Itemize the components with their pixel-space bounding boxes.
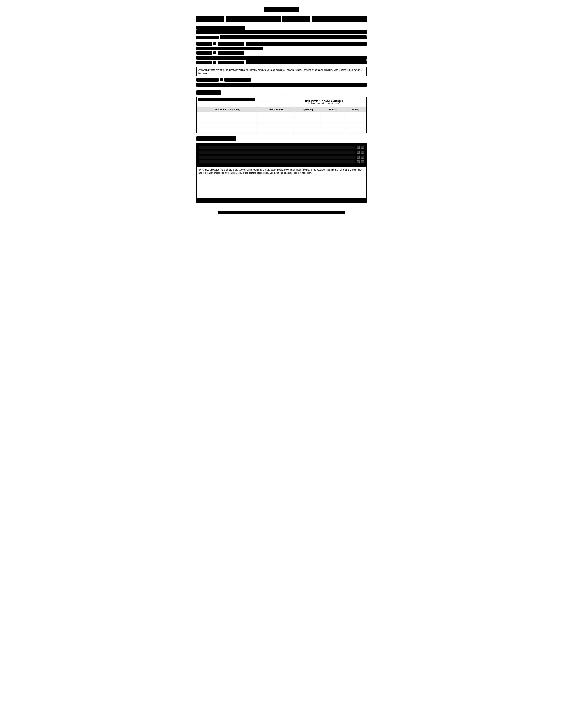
language-table-header: Proficiency in Non-Native Language(s) (i… <box>197 97 366 107</box>
cb-label-1 <box>196 42 212 46</box>
table-row <box>197 112 366 117</box>
cb-value-3 <box>218 61 244 64</box>
language-section: Proficiency in Non-Native Language(s) (i… <box>196 90 367 133</box>
table-header-row: Non-Native Language(s) Years Studied Spe… <box>197 107 366 112</box>
cell-years-4[interactable] <box>258 128 295 133</box>
cell-writing-4[interactable] <box>345 128 366 133</box>
table-row <box>197 117 366 122</box>
medical-row-2 <box>199 151 364 154</box>
proficiency-sub: (indicate Poor, Fair, Good, or Fluent) <box>308 102 340 104</box>
cell-writing-3[interactable] <box>345 122 366 128</box>
medical-cb-group-1 <box>357 146 364 149</box>
header-cell-4 <box>312 16 367 22</box>
notice-box: Answering yes to any of these questions … <box>196 67 367 76</box>
page-title-row <box>196 7 367 12</box>
cell-language-4[interactable] <box>197 128 258 133</box>
cell-speaking-1[interactable] <box>295 112 321 117</box>
medical-checkbox-no-3[interactable] <box>361 156 364 159</box>
medical-text-3 <box>199 156 355 159</box>
medical-text-4 <box>199 160 355 163</box>
medical-section <box>196 143 367 167</box>
medical-notice: If you have answered 'YES' to any of the… <box>196 167 367 176</box>
medical-checkbox-no-1[interactable] <box>361 146 364 149</box>
language-table-wrapper: Proficiency in Non-Native Language(s) (i… <box>196 97 367 133</box>
col-years: Years Studied <box>258 107 295 112</box>
medical-checkbox-yes-3[interactable] <box>357 156 360 159</box>
cb-label-4 <box>196 78 218 82</box>
page-title <box>264 7 299 12</box>
medical-cb-group-4 <box>357 160 364 163</box>
table-row <box>197 128 366 133</box>
medical-row-1 <box>199 146 364 149</box>
medical-cb-group-2 <box>357 151 364 154</box>
medical-explanation-area[interactable] <box>196 176 367 198</box>
medical-section-footer <box>196 198 367 203</box>
checkbox-1[interactable] <box>213 42 216 45</box>
section-subtitle <box>196 47 263 50</box>
header-cell-3 <box>283 16 310 22</box>
cell-reading-3[interactable] <box>321 122 345 128</box>
medical-text-1 <box>199 146 355 149</box>
section-1-title <box>196 26 245 30</box>
language-section-title <box>196 90 221 95</box>
cell-years-2[interactable] <box>258 117 295 122</box>
language-table: Non-Native Language(s) Years Studied Spe… <box>197 107 366 133</box>
medical-cb-group-3 <box>357 156 364 159</box>
header-cell-1 <box>196 16 224 22</box>
cb-label-3 <box>196 61 212 64</box>
col-reading: Reading <box>321 107 345 112</box>
native-label <box>198 98 255 101</box>
cell-language-3[interactable] <box>197 122 258 128</box>
cb-field-3 <box>245 60 367 64</box>
medical-row-4 <box>199 160 364 163</box>
label-field <box>196 36 218 39</box>
cb-value-1 <box>218 42 244 46</box>
cell-speaking-4[interactable] <box>295 128 321 133</box>
medical-checkbox-no-2[interactable] <box>361 151 364 154</box>
cb-value-4 <box>224 78 251 82</box>
value-field <box>220 35 367 39</box>
medical-checkbox-no-4[interactable] <box>361 160 364 163</box>
cb-field-1 <box>245 42 367 46</box>
cell-years-3[interactable] <box>258 122 295 128</box>
cell-writing-1[interactable] <box>345 112 366 117</box>
section-2 <box>196 42 367 64</box>
native-language-col <box>197 97 282 107</box>
header-row <box>196 16 367 22</box>
field-row-1 <box>196 30 367 34</box>
proficiency-col: Proficiency in Non-Native Language(s) (i… <box>282 97 366 107</box>
table-row <box>197 122 366 128</box>
cell-years-1[interactable] <box>258 112 295 117</box>
cell-speaking-3[interactable] <box>295 122 321 128</box>
medical-checkbox-yes-4[interactable] <box>357 160 360 163</box>
medical-text-2 <box>199 151 355 154</box>
cell-reading-1[interactable] <box>321 112 345 117</box>
medical-checkbox-yes-1[interactable] <box>357 146 360 149</box>
cell-reading-4[interactable] <box>321 128 345 133</box>
cell-speaking-2[interactable] <box>295 117 321 122</box>
col-speaking: Speaking <box>295 107 321 112</box>
checkbox-2[interactable] <box>213 51 216 54</box>
checkbox-4[interactable] <box>220 78 223 81</box>
field-full-2 <box>196 83 367 87</box>
header-cell-2 <box>226 16 280 22</box>
cb-label-2 <box>196 51 212 55</box>
native-input[interactable] <box>198 102 272 106</box>
field-full-1 <box>196 56 367 60</box>
cell-language-2[interactable] <box>197 117 258 122</box>
proficiency-title: Proficiency in Non-Native Language(s) <box>304 100 344 102</box>
cell-writing-2[interactable] <box>345 117 366 122</box>
footer-bar <box>218 211 345 214</box>
medical-checkbox-yes-2[interactable] <box>357 151 360 154</box>
medical-notice-text: If you have answered 'YES' to any of the… <box>198 169 362 174</box>
cb-value-2 <box>218 51 244 55</box>
notice-text: Answering yes to any of these questions … <box>198 69 362 74</box>
cell-language-1[interactable] <box>197 112 258 117</box>
col-writing: Writing <box>345 107 366 112</box>
cell-reading-2[interactable] <box>321 117 345 122</box>
section-1 <box>196 26 367 39</box>
medical-section-title <box>196 136 236 141</box>
checkbox-3[interactable] <box>213 61 216 64</box>
col-language: Non-Native Language(s) <box>197 107 258 112</box>
medical-row-3 <box>199 156 364 159</box>
